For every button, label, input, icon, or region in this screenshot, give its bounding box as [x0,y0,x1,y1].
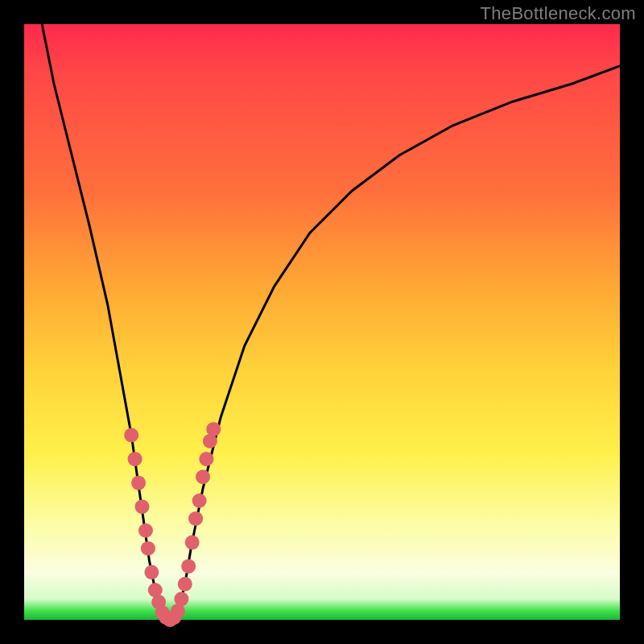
marker-dot [199,452,213,466]
marker-dot [135,499,150,514]
watermark-text: TheBottleneck.com [481,3,636,24]
marker-dot [128,452,142,466]
chart-svg [24,24,620,620]
marker-dot [206,422,221,436]
marker-dot [144,565,159,580]
marker-group [124,422,221,627]
marker-dot [124,428,138,443]
marker-dot [131,476,146,490]
marker-dot [138,523,153,538]
marker-dot [181,559,196,573]
marker-dot [141,541,155,555]
marker-dot [185,535,200,550]
bottleneck-curve-path [42,24,620,620]
marker-dot [178,577,192,592]
chart-frame: TheBottleneck.com [0,0,644,644]
plot-area [24,24,620,620]
marker-dot [192,493,207,508]
marker-dot [188,511,203,526]
marker-dot [174,592,188,606]
marker-dot [196,469,210,484]
